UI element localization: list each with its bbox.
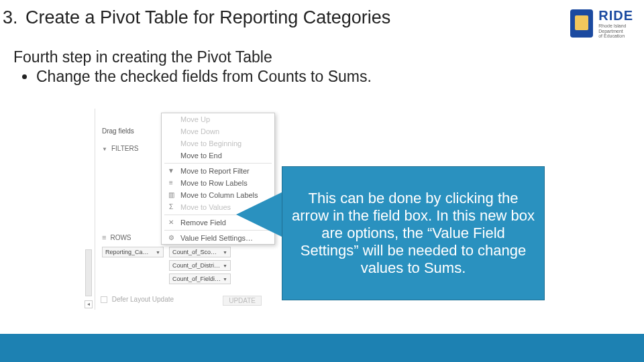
value-field-3-label: Count_of_Fieldi… <box>172 276 221 282</box>
value-field-2-label: Count_of_Distri… <box>172 262 220 269</box>
menu-move-up[interactable]: Move Up <box>162 113 274 125</box>
dropdown-arrow-icon[interactable]: ▼ <box>223 250 227 255</box>
callout-text: This can be done by clicking the arrow i… <box>292 190 535 277</box>
columns-icon: ▥ <box>166 191 176 198</box>
dropdown-arrow-icon[interactable]: ▼ <box>223 263 227 268</box>
drag-fields-label: Drag fields <box>102 127 134 135</box>
defer-checkbox[interactable] <box>101 296 107 303</box>
value-field-2[interactable]: Count_of_Distri… ▼ <box>169 260 231 271</box>
vertical-scrollbar[interactable] <box>85 249 92 296</box>
scroll-left-button[interactable]: ◂ <box>85 300 93 308</box>
rows-header: ROWS <box>102 233 131 241</box>
title-row: 3. Create a Pivot Table for Reporting Ca… <box>0 5 644 32</box>
ride-logo-sub1: Rhode Island <box>598 23 633 29</box>
step-intro: Fourth step in creating the Pivot Table <box>13 48 372 66</box>
rows-icon: ≡ <box>166 179 176 186</box>
body-text: Fourth step in creating the Pivot Table … <box>13 48 372 86</box>
callout-box: This can be done by clicking the arrow i… <box>282 166 545 300</box>
gear-icon: ⚙ <box>166 234 176 241</box>
value-field-1-label: Count_of_Sco… <box>172 249 217 255</box>
menu-separator <box>164 163 272 164</box>
dropdown-arrow-icon[interactable]: ▼ <box>156 250 160 255</box>
row-field-reporting[interactable]: Reporting_Ca… ▼ <box>102 247 164 257</box>
worksheet-edge: ◂ <box>83 109 95 310</box>
title-number: 3. <box>3 7 18 28</box>
title-text: Create a Pivot Table for Reporting Categ… <box>25 7 390 28</box>
sigma-icon: Σ <box>166 203 176 210</box>
ride-logo-badge <box>570 9 593 38</box>
callout: This can be done by clicking the arrow i… <box>236 166 545 302</box>
value-field-1[interactable]: Count_of_Sco… ▼ <box>169 247 231 257</box>
ride-logo-sub3: of Education <box>598 34 633 39</box>
menu-move-beginning[interactable]: Move to Beginning <box>162 137 274 149</box>
value-field-3[interactable]: Count_of_Fieldi… ▼ <box>169 274 231 284</box>
close-icon: ✕ <box>166 219 176 226</box>
ride-logo-sub2: Department <box>598 29 633 34</box>
menu-move-end[interactable]: Move to End <box>162 149 274 162</box>
ride-logo-brand: RIDE <box>598 8 633 23</box>
defer-label: Defer Layout Update <box>112 296 174 303</box>
filters-header: FILTERS <box>102 145 138 152</box>
menu-move-down[interactable]: Move Down <box>162 125 274 137</box>
filter-icon: ▼ <box>166 167 176 174</box>
dropdown-arrow-icon[interactable]: ▼ <box>223 277 227 282</box>
bullet-1: Change the checked fields from Counts to… <box>36 68 372 86</box>
slide-footer-bar <box>0 334 644 362</box>
row-field-label: Reporting_Ca… <box>105 249 149 255</box>
ride-logo: RIDE Rhode Island Department of Educatio… <box>570 8 633 39</box>
callout-arrow-icon <box>236 190 286 239</box>
